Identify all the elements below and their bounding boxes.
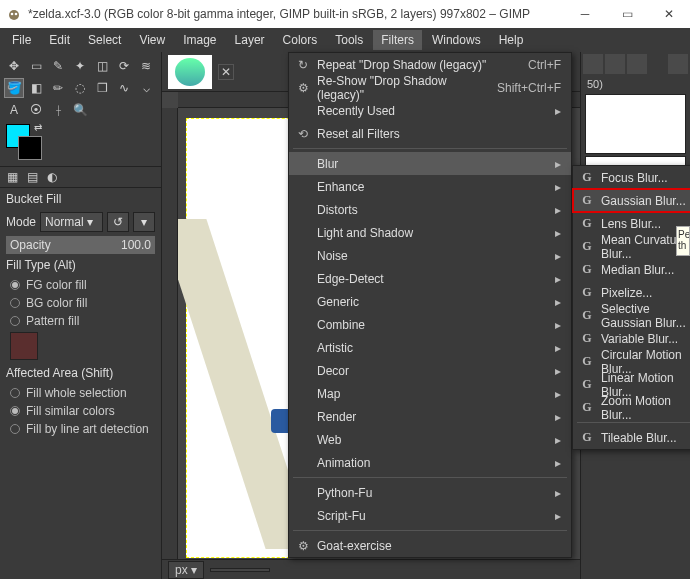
status-zoom-field[interactable]	[210, 568, 270, 572]
menu-filters[interactable]: Filters	[373, 30, 422, 50]
tool-crop-icon[interactable]: ◫	[92, 56, 112, 76]
menu-item-reshow[interactable]: ⚙Re-Show "Drop Shadow (legacy)"Shift+Ctr…	[289, 76, 571, 99]
pattern-indicator-icon[interactable]: ▤	[24, 169, 40, 185]
tool-smudge-icon[interactable]: ∿	[114, 78, 134, 98]
menu-item-noise[interactable]: Noise▸	[289, 244, 571, 267]
dock-tab-icon[interactable]	[627, 54, 647, 74]
tool-warp-icon[interactable]: ≋	[136, 56, 156, 76]
color-swatches: ⇄	[0, 122, 161, 166]
submenu-item-gaussian-blur[interactable]: GGaussian Blur...	[573, 189, 690, 212]
opacity-slider[interactable]: Opacity 100.0	[6, 236, 155, 254]
menu-item-light-shadow[interactable]: Light and Shadow▸	[289, 221, 571, 244]
mode-reset-button[interactable]: ↺	[107, 212, 129, 232]
filters-menu: ↻Repeat "Drop Shadow (legacy)"Ctrl+F ⚙Re…	[288, 52, 572, 558]
tool-rect-select-icon[interactable]: ▭	[26, 56, 46, 76]
dock-menu-icon[interactable]	[668, 54, 688, 74]
background-color-swatch[interactable]	[18, 136, 42, 160]
menu-item-edge-detect[interactable]: Edge-Detect▸	[289, 267, 571, 290]
fg-color-fill-radio[interactable]: FG color fill	[0, 276, 161, 294]
menu-item-animation[interactable]: Animation▸	[289, 451, 571, 474]
menu-item-reset-filters[interactable]: ⟲Reset all Filters	[289, 122, 571, 145]
tool-move-icon[interactable]: ✥	[4, 56, 24, 76]
menu-item-map[interactable]: Map▸	[289, 382, 571, 405]
tool-zoom-icon[interactable]: 🔍	[70, 100, 90, 120]
menu-edit[interactable]: Edit	[41, 30, 78, 50]
tool-options-title: Bucket Fill	[0, 187, 161, 210]
menu-file[interactable]: File	[4, 30, 39, 50]
menu-item-script-fu[interactable]: Script-Fu▸	[289, 504, 571, 527]
gegl-icon: G	[579, 377, 595, 392]
menu-colors[interactable]: Colors	[275, 30, 326, 50]
fill-lineart-radio[interactable]: Fill by line art detection	[0, 420, 161, 438]
brush-preview-thumb[interactable]	[585, 94, 686, 154]
fill-similar-colors-radio[interactable]: Fill similar colors	[0, 402, 161, 420]
submenu-item-tileable-blur[interactable]: GTileable Blur...	[573, 426, 690, 449]
menu-item-artistic[interactable]: Artistic▸	[289, 336, 571, 359]
menu-item-blur[interactable]: Blur▸	[289, 152, 571, 175]
tool-clone-icon[interactable]: ❐	[92, 78, 112, 98]
swap-colors-icon[interactable]: ⇄	[34, 122, 42, 133]
menu-help[interactable]: Help	[491, 30, 532, 50]
window-minimize-button[interactable]: ─	[564, 0, 606, 28]
tool-free-select-icon[interactable]: ✎	[48, 56, 68, 76]
menu-windows[interactable]: Windows	[424, 30, 489, 50]
menu-item-python-fu[interactable]: Python-Fu▸	[289, 481, 571, 504]
gegl-icon: G	[579, 354, 595, 369]
tool-bucket-fill-icon[interactable]: 🪣	[4, 78, 24, 98]
affected-area-label: Affected Area (Shift)	[0, 362, 161, 384]
gradient-indicator-icon[interactable]: ◐	[44, 169, 60, 185]
tool-fuzzy-select-icon[interactable]: ✦	[70, 56, 90, 76]
menu-tools[interactable]: Tools	[327, 30, 371, 50]
menu-image[interactable]: Image	[175, 30, 224, 50]
menu-item-combine[interactable]: Combine▸	[289, 313, 571, 336]
menu-select[interactable]: Select	[80, 30, 129, 50]
tool-text-icon[interactable]: A	[4, 100, 24, 120]
menu-item-recently-used[interactable]: Recently Used▸	[289, 99, 571, 122]
submenu-item-median-blur[interactable]: GMedian Blur...	[573, 258, 690, 281]
mode-label: Mode	[6, 215, 36, 229]
bg-color-fill-radio[interactable]: BG color fill	[0, 294, 161, 312]
fill-whole-selection-radio[interactable]: Fill whole selection	[0, 384, 161, 402]
tool-color-picker-icon[interactable]: ⦿	[26, 100, 46, 120]
submenu-item-zoom-motion[interactable]: GZoom Motion Blur...	[573, 396, 690, 419]
pattern-preview[interactable]	[10, 332, 38, 360]
menu-view[interactable]: View	[131, 30, 173, 50]
menu-item-goat-exercise[interactable]: ⚙Goat-exercise	[289, 534, 571, 557]
gimp-logo-icon	[6, 6, 22, 22]
gegl-icon: G	[579, 430, 595, 445]
reset-icon: ⟲	[295, 127, 311, 141]
left-dock: ✥ ▭ ✎ ✦ ◫ ⟳ ≋ 🪣 ◧ ✏ ◌ ❐ ∿ ⌵ A ⦿ ⟊ 🔍 ⇄ ▦ …	[0, 52, 162, 579]
menu-bar: File Edit Select View Image Layer Colors…	[0, 28, 690, 52]
vertical-ruler[interactable]	[162, 108, 178, 559]
submenu-item-mean-curvature[interactable]: GMean Curvature Blur...	[573, 235, 690, 258]
image-tab-thumbnail[interactable]	[168, 55, 212, 89]
window-maximize-button[interactable]: ▭	[606, 0, 648, 28]
dock-tab-icon[interactable]	[583, 54, 603, 74]
tool-gradient-icon[interactable]: ◧	[26, 78, 46, 98]
toolbox: ✥ ▭ ✎ ✦ ◫ ⟳ ≋ 🪣 ◧ ✏ ◌ ❐ ∿ ⌵ A ⦿ ⟊ 🔍	[0, 52, 161, 122]
dock-tab-icon[interactable]	[605, 54, 625, 74]
tool-pencil-icon[interactable]: ✏	[48, 78, 68, 98]
pattern-fill-radio[interactable]: Pattern fill	[0, 312, 161, 330]
image-tab-close-icon[interactable]: ✕	[218, 64, 234, 80]
tool-eraser-icon[interactable]: ◌	[70, 78, 90, 98]
mode-menu-button[interactable]: ▾	[133, 212, 155, 232]
window-close-button[interactable]: ✕	[648, 0, 690, 28]
status-unit-selector[interactable]: px ▾	[168, 561, 204, 579]
menu-item-generic[interactable]: Generic▸	[289, 290, 571, 313]
menu-item-distorts[interactable]: Distorts▸	[289, 198, 571, 221]
tool-measure-icon[interactable]: ⟊	[48, 100, 68, 120]
status-bar: px ▾	[162, 559, 580, 579]
menu-item-decor[interactable]: Decor▸	[289, 359, 571, 382]
brush-indicator-icon[interactable]: ▦	[4, 169, 20, 185]
mode-dropdown[interactable]: Normal ▾	[40, 212, 103, 232]
tool-path-icon[interactable]: ⌵	[136, 78, 156, 98]
menu-item-render[interactable]: Render▸	[289, 405, 571, 428]
submenu-item-focus-blur[interactable]: GFocus Blur...	[573, 166, 690, 189]
menu-layer[interactable]: Layer	[227, 30, 273, 50]
tool-transform-icon[interactable]: ⟳	[114, 56, 134, 76]
submenu-item-selective-gaussian[interactable]: GSelective Gaussian Blur...	[573, 304, 690, 327]
menu-item-web[interactable]: Web▸	[289, 428, 571, 451]
menu-item-enhance[interactable]: Enhance▸	[289, 175, 571, 198]
window-titlebar: *zelda.xcf-3.0 (RGB color 8-bit gamma in…	[0, 0, 690, 28]
